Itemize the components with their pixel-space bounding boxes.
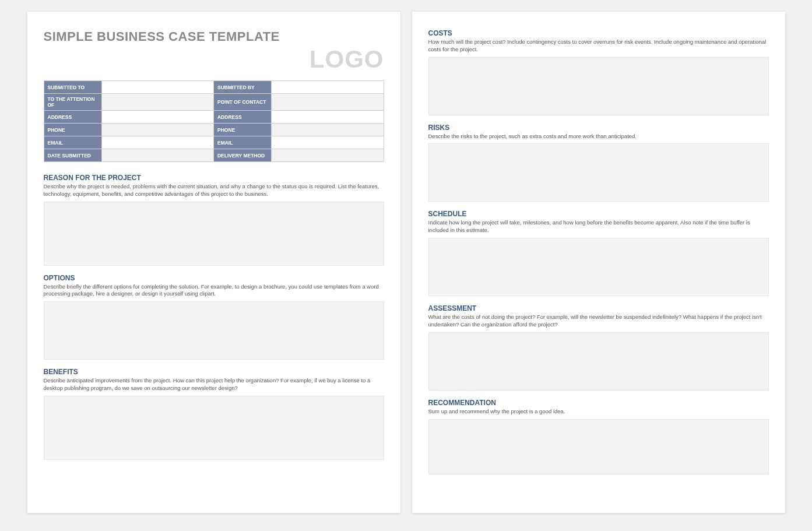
section-title: RISKS (428, 124, 769, 132)
section-title: OPTIONS (44, 274, 384, 282)
info-row: EMAILEMAIL (44, 136, 384, 149)
info-label: ADDRESS (213, 111, 271, 124)
info-value[interactable] (101, 111, 213, 124)
section-description: Describe the risks to the project, such … (428, 133, 769, 140)
info-label: DATE SUBMITTED (44, 149, 101, 162)
info-value[interactable] (272, 81, 384, 94)
info-label: SUBMITTED BY (213, 81, 271, 94)
section-title: COSTS (428, 29, 769, 37)
section-input-box[interactable] (44, 301, 384, 360)
info-value[interactable] (101, 136, 213, 149)
info-row: SUBMITTED TOSUBMITTED BY (44, 81, 384, 94)
section-input-box[interactable] (428, 143, 769, 202)
info-value[interactable] (272, 94, 384, 111)
info-value[interactable] (272, 149, 384, 162)
page-1: SIMPLE BUSINESS CASE TEMPLATE LOGO SUBMI… (27, 12, 400, 513)
info-label: TO THE ATTENTION OF (44, 94, 101, 111)
section-title: SCHEDULE (428, 210, 769, 218)
section-description: Describe why the project is needed, prob… (44, 183, 384, 198)
section-description: How much will the project cost? Include … (428, 38, 769, 54)
section: OPTIONSDescribe briefly the different op… (44, 274, 384, 360)
info-value[interactable] (101, 81, 213, 94)
info-label: PHONE (213, 124, 271, 136)
section-title: ASSESSMENT (428, 304, 769, 312)
section-input-box[interactable] (44, 396, 384, 460)
info-value[interactable] (272, 111, 384, 124)
section: RECOMMENDATIONSum up and recommend why t… (428, 399, 769, 474)
section-title: REASON FOR THE PROJECT (44, 174, 384, 182)
section-title: BENEFITS (44, 368, 384, 376)
section: SCHEDULEIndicate how long the project wi… (428, 210, 769, 296)
info-label: POINT OF CONTACT (213, 94, 271, 111)
section-input-box[interactable] (428, 57, 769, 115)
section-input-box[interactable] (44, 202, 384, 266)
info-label: SUBMITTED TO (44, 81, 101, 94)
section-description: Describe briefly the different options f… (44, 283, 384, 298)
section-description: Indicate how long the project will take,… (428, 219, 769, 234)
section-title: RECOMMENDATION (428, 399, 769, 407)
info-value[interactable] (272, 124, 384, 136)
document-title: SIMPLE BUSINESS CASE TEMPLATE (44, 29, 384, 44)
info-row: PHONEPHONE (44, 124, 384, 136)
info-row: ADDRESSADDRESS (44, 111, 384, 124)
logo-placeholder: LOGO (44, 45, 384, 73)
info-value[interactable] (101, 149, 213, 162)
info-label: EMAIL (213, 136, 271, 149)
section-description: What are the costs of not doing the proj… (428, 314, 769, 329)
info-value[interactable] (101, 124, 213, 136)
section-description: Describe anticipated improvements from t… (44, 377, 384, 392)
section: BENEFITSDescribe anticipated improvement… (44, 368, 384, 460)
info-value[interactable] (101, 94, 213, 111)
info-label: ADDRESS (44, 111, 101, 124)
section: RISKSDescribe the risks to the project, … (428, 124, 769, 202)
info-value[interactable] (272, 136, 384, 149)
info-table: SUBMITTED TOSUBMITTED BYTO THE ATTENTION… (44, 80, 384, 162)
page-2: COSTSHow much will the project cost? Inc… (412, 12, 785, 513)
section: COSTSHow much will the project cost? Inc… (428, 29, 769, 115)
info-row: DATE SUBMITTEDDELIVERY METHOD (44, 149, 384, 162)
section: ASSESSMENTWhat are the costs of not doin… (428, 304, 769, 391)
info-label: DELIVERY METHOD (213, 149, 271, 162)
section-input-box[interactable] (428, 419, 769, 474)
info-row: TO THE ATTENTION OFPOINT OF CONTACT (44, 94, 384, 111)
info-label: EMAIL (44, 136, 101, 149)
section: REASON FOR THE PROJECTDescribe why the p… (44, 174, 384, 266)
section-description: Sum up and recommend why the project is … (428, 408, 769, 416)
info-label: PHONE (44, 124, 101, 136)
section-input-box[interactable] (428, 238, 769, 296)
section-input-box[interactable] (428, 332, 769, 391)
